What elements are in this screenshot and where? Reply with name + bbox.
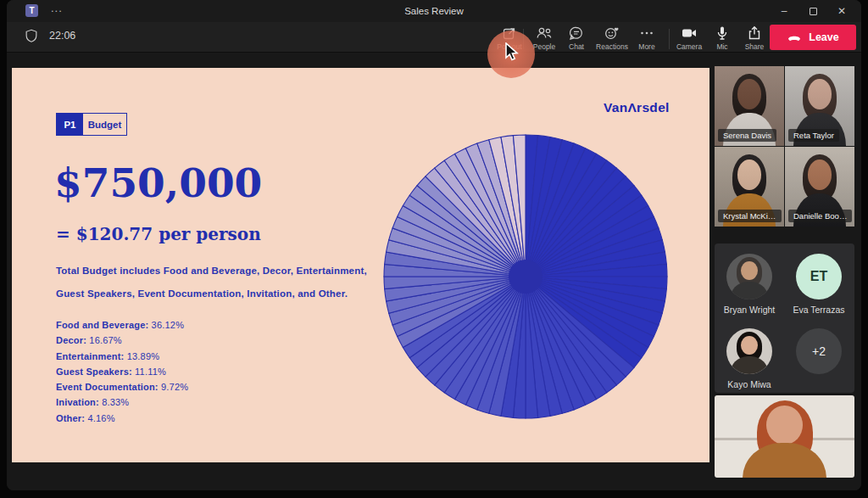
participant-name: Reta Taylor [788,129,839,142]
mouse-cursor-icon [504,42,522,63]
per-person-amount: = $120.77 per person [56,224,261,244]
participant-name: Eva Terrazas [793,305,844,315]
budget-item: Inivation: 8.33% [56,394,188,410]
participant-avatar-eva-terrazas[interactable]: ET Eva Terrazas [793,254,844,328]
budget-item: Decor: 16.67% [56,333,188,348]
chat-icon [568,25,585,42]
teams-window: T ... Sales Review – ✕ 22:06 [7,0,861,490]
people-icon [535,25,554,42]
participant-name: Kayo Miwa [727,379,771,389]
more-button[interactable]: More [628,25,665,53]
slide-tag-group: P1 Budget [56,113,127,136]
participant-grid: Serena Davis Reta Taylor Krystal McKinne… [715,66,854,227]
reactions-button[interactable]: Reactions [593,25,631,53]
minimize-button[interactable]: – [770,0,798,22]
pie-center [509,260,542,294]
camera-icon [680,25,698,42]
chat-button[interactable]: Chat [558,25,595,53]
leave-button[interactable]: Leave [770,25,856,50]
more-icon [638,25,655,42]
participant-name: Danielle Booker [788,210,852,222]
title-bar: T ... Sales Review – ✕ [7,0,861,22]
mic-icon [714,25,731,42]
camera-button[interactable]: Camera [670,25,708,53]
participant-name: Bryan Wright [724,305,776,315]
participant-tile-krystal-mckinney[interactable]: Krystal McKinney [715,147,784,227]
participant-name: Krystal McKinney [718,210,782,222]
budget-breakdown-list: Food and Beverage: 36.12%Decor: 16.67%En… [56,317,188,426]
maximize-icon [810,8,817,15]
hang-up-icon [787,32,802,42]
avatar-photo [726,254,772,299]
participant-tile-reta-taylor[interactable]: Reta Taylor [785,66,854,146]
share-button[interactable]: Share [736,25,773,53]
window-title: Sales Review [7,6,861,16]
meeting-timer: 22:06 [49,30,75,42]
budget-item: Food and Beverage: 36.12% [56,317,188,333]
participant-tile-danielle-booker[interactable]: Danielle Booker [785,147,854,227]
screenshot-root: T ... Sales Review – ✕ 22:06 [0,0,868,498]
total-budget-amount: $750,000 [54,159,262,206]
participant-name: Serena Davis [718,129,776,142]
close-button[interactable]: ✕ [827,0,856,22]
avatar-photo [726,328,772,374]
budget-item: Guest Speakers: 11.11% [56,364,188,379]
tag-p1: P1 [57,114,83,135]
overflow-count-badge: +2 [796,328,842,374]
slide-canvas[interactable]: P1 Budget VanΛrsdel $750,000 = $120.77 p… [12,68,709,462]
participant-tile-serena-davis[interactable]: Serena Davis [715,66,784,146]
participant-avatar-bryan-wright[interactable]: Bryan Wright [724,254,776,328]
budget-pie-chart [381,132,670,421]
shield-icon [24,27,39,44]
budget-description: Total Budget includes Food and Beverage,… [56,260,387,305]
avatar-initials: ET [796,254,842,299]
budget-item: Event Documentation: 9.72% [56,379,188,394]
meeting-toolbar: 22:06 Pop out People [7,22,861,53]
overflow-participants[interactable]: +2 [796,328,842,403]
budget-item: Entertainment: 13.89% [56,349,188,364]
budget-item: Other: 4.16% [56,411,188,426]
share-icon [746,25,763,42]
toolbar-divider [669,29,670,49]
reactions-icon [603,25,621,42]
tag-budget: Budget [83,114,126,135]
maximize-button[interactable] [798,0,827,22]
audio-participants-panel: Bryan Wright ET Eva Terrazas Kayo Miwa +… [715,243,854,393]
self-view-tile[interactable] [715,395,854,478]
vanarsdel-logo: VanΛrsdel [604,100,670,115]
participant-avatar-kayo-miwa[interactable]: Kayo Miwa [726,328,772,403]
